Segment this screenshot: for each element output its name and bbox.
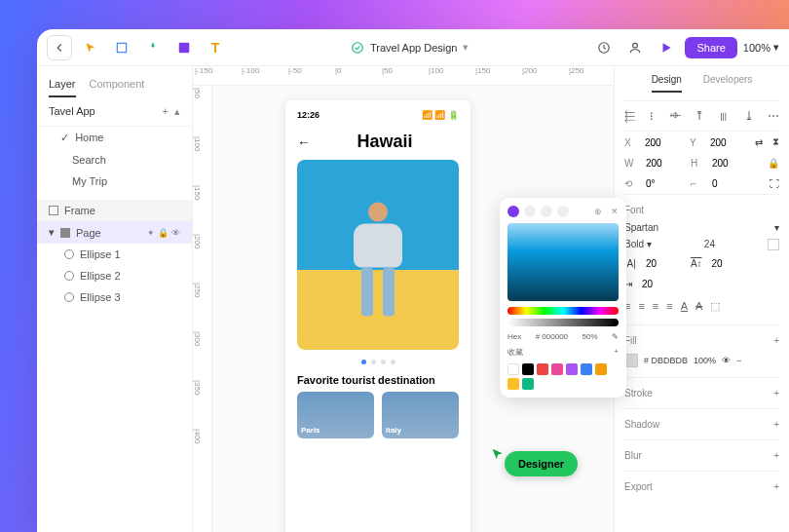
canvas[interactable]: |-150|-100|-50|0|50|100|150|200|250 |50|…	[193, 66, 614, 532]
lock-icon[interactable]: 🔒	[158, 228, 169, 238]
picker-close-icon[interactable]: ✕	[611, 207, 619, 216]
distribute-icon[interactable]: ⋯	[768, 109, 779, 123]
paragraph-spacing[interactable]	[642, 279, 677, 289]
text-justify-icon[interactable]: ≡	[666, 300, 672, 313]
pen-tool[interactable]	[140, 35, 166, 60]
picker-tab-solid[interactable]	[507, 206, 519, 217]
w-input[interactable]	[646, 158, 681, 169]
flip-v-icon[interactable]: ⧗	[772, 136, 779, 148]
letter-spacing[interactable]	[646, 258, 681, 269]
alpha-slider[interactable]	[507, 319, 619, 326]
eyedropper-icon[interactable]: ✎	[612, 332, 619, 341]
font-family[interactable]: Spartan	[624, 222, 658, 233]
picker-add-icon[interactable]: ⊕	[594, 207, 602, 216]
text-align-center-icon[interactable]: ≡	[638, 300, 644, 313]
font-size[interactable]: 24	[704, 239, 715, 250]
swatch[interactable]	[537, 363, 548, 375]
back-button[interactable]	[47, 35, 72, 60]
lock-aspect-icon[interactable]: 🔒	[768, 158, 779, 169]
layer-ellipse-2[interactable]: Ellipse 2	[37, 265, 192, 286]
font-checkbox[interactable]	[768, 239, 779, 250]
history-icon[interactable]	[591, 35, 617, 60]
export-add-icon[interactable]: +	[773, 481, 779, 492]
fill-pct[interactable]: 100%	[694, 356, 716, 365]
flip-h-icon[interactable]: ⇄	[755, 137, 763, 148]
corner-input[interactable]	[712, 178, 747, 189]
align-right-icon[interactable]: ⬲	[669, 109, 681, 123]
swatch[interactable]	[566, 363, 578, 375]
color-picker[interactable]: ⊕ ✕ Hex # 000000 50% ✎ 收藏+	[500, 198, 626, 398]
align-center-h-icon[interactable]: ⫶	[649, 109, 655, 123]
zoom-control[interactable]: 100%▾	[743, 41, 779, 54]
swatch[interactable]	[507, 363, 519, 375]
shadow-add-icon[interactable]: +	[773, 419, 779, 430]
component-icon[interactable]: ✦	[147, 228, 155, 238]
hue-slider[interactable]	[507, 307, 619, 315]
collapse-icon[interactable]: ▴	[174, 105, 180, 118]
toolbar: T Travel App Design ▾ Share 100%▾	[37, 29, 789, 66]
fill-visibility-icon[interactable]: 👁	[722, 356, 731, 365]
layer-ellipse-1[interactable]: Ellipse 1	[37, 244, 192, 265]
tab-component[interactable]: Component	[90, 72, 145, 97]
swatch[interactable]	[581, 363, 592, 375]
align-top-icon[interactable]: ⤒	[695, 109, 704, 123]
fill-remove-icon[interactable]: −	[736, 356, 741, 365]
text-align-right-icon[interactable]: ≡	[653, 300, 658, 313]
stroke-add-icon[interactable]: +	[773, 388, 779, 399]
ruler-vertical: |50|100|150|200|250|300|350|400	[193, 86, 212, 532]
artboard[interactable]: 12:26📶 📶 🔋 ← Hawaii Favorite tourist des…	[285, 100, 470, 532]
font-weight[interactable]: Bold	[624, 239, 644, 249]
swatches-add-icon[interactable]: +	[614, 347, 619, 358]
align-bottom-icon[interactable]: ⤓	[744, 109, 754, 123]
swatch[interactable]	[507, 378, 519, 390]
align-left-icon[interactable]: ⬱	[624, 109, 635, 123]
blur-add-icon[interactable]: +	[773, 450, 779, 461]
expand-icon[interactable]: ⛶	[770, 178, 779, 189]
artboard-back-icon: ←	[297, 134, 311, 150]
y-input[interactable]	[710, 137, 745, 148]
project-dropdown-icon[interactable]: ▾	[463, 41, 469, 54]
add-page-icon[interactable]: +	[163, 105, 169, 118]
swatch[interactable]	[595, 363, 607, 375]
font-family-dropdown-icon[interactable]: ▾	[774, 222, 779, 233]
layer-page[interactable]: ▾Page ✦🔒👁	[37, 221, 192, 244]
share-button[interactable]: Share	[685, 37, 736, 58]
picker-tab-2[interactable]	[524, 206, 536, 217]
tab-design[interactable]: Design	[652, 74, 682, 93]
visibility-icon[interactable]: 👁	[171, 228, 180, 238]
nav-home[interactable]: ✓ Home	[37, 127, 192, 149]
frame-tool[interactable]	[109, 35, 134, 60]
x-input[interactable]	[645, 137, 680, 148]
fill-hex[interactable]: # DBDBDB	[644, 356, 688, 365]
text-transform-icon[interactable]: ⬚	[710, 300, 720, 313]
text-underline-icon[interactable]: A	[681, 300, 688, 313]
color-field[interactable]	[507, 223, 619, 301]
h-input[interactable]	[712, 158, 747, 169]
fill-add-icon[interactable]: +	[773, 335, 779, 346]
play-icon[interactable]	[654, 35, 679, 60]
rotation-input[interactable]	[646, 178, 681, 189]
text-strike-icon[interactable]: A	[695, 300, 702, 313]
image-tool[interactable]	[171, 35, 197, 60]
font-section: Font	[624, 205, 644, 215]
cursor-tool[interactable]	[78, 35, 103, 60]
swatch[interactable]	[522, 378, 534, 390]
align-middle-icon[interactable]: ⫼	[718, 109, 730, 123]
tab-developers[interactable]: Developers	[703, 74, 753, 93]
swatch[interactable]	[551, 363, 563, 375]
app-window: T Travel App Design ▾ Share 100%▾ Layer …	[37, 29, 789, 532]
layer-ellipse-3[interactable]: Ellipse 3	[37, 286, 192, 308]
layer-frame-header[interactable]: Frame	[37, 200, 192, 221]
nav-search[interactable]: Search	[37, 149, 192, 171]
alpha-value[interactable]: 50%	[582, 332, 598, 341]
nav-mytrip[interactable]: My Trip	[37, 171, 192, 192]
swatch[interactable]	[522, 363, 534, 375]
hex-value[interactable]: # 000000	[536, 332, 568, 341]
text-tool[interactable]: T	[203, 35, 228, 60]
user-icon[interactable]	[622, 35, 648, 60]
tab-layer[interactable]: Layer	[49, 72, 76, 97]
picker-tab-4[interactable]	[557, 206, 569, 217]
picker-tab-3[interactable]	[541, 206, 552, 217]
line-height[interactable]	[712, 258, 747, 269]
fill-swatch[interactable]	[624, 354, 638, 367]
